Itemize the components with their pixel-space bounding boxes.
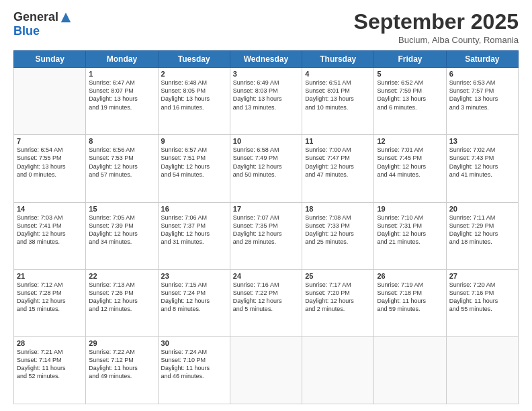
table-row: 26Sunrise: 7:19 AM Sunset: 7:18 PM Dayli…	[374, 269, 446, 336]
table-row: 2Sunrise: 6:48 AM Sunset: 8:05 PM Daylig…	[158, 68, 230, 135]
day-info: Sunrise: 7:08 AM Sunset: 7:33 PM Dayligh…	[305, 214, 371, 246]
day-number: 8	[89, 137, 154, 145]
day-info: Sunrise: 7:03 AM Sunset: 7:41 PM Dayligh…	[17, 214, 83, 246]
table-row: 25Sunrise: 7:17 AM Sunset: 7:20 PM Dayli…	[302, 269, 374, 336]
col-saturday: Saturday	[446, 51, 518, 68]
table-row: 29Sunrise: 7:22 AM Sunset: 7:12 PM Dayli…	[86, 336, 158, 404]
day-number: 15	[89, 205, 154, 213]
table-row: 9Sunrise: 6:57 AM Sunset: 7:51 PM Daylig…	[158, 135, 230, 202]
day-info: Sunrise: 7:00 AM Sunset: 7:47 PM Dayligh…	[305, 146, 371, 179]
day-number: 18	[305, 205, 371, 213]
col-monday: Monday	[86, 51, 158, 68]
day-number: 6	[449, 70, 515, 78]
header: General Blue September 2025 Bucium, Alba…	[13, 10, 519, 45]
day-number: 23	[161, 272, 227, 280]
logo-general-text: General	[13, 10, 58, 24]
table-row: 21Sunrise: 7:12 AM Sunset: 7:28 PM Dayli…	[14, 269, 86, 336]
day-number: 12	[377, 137, 443, 145]
logo-blue-text: Blue	[13, 24, 40, 38]
day-info: Sunrise: 6:57 AM Sunset: 7:51 PM Dayligh…	[161, 146, 227, 179]
table-row: 14Sunrise: 7:03 AM Sunset: 7:41 PM Dayli…	[14, 202, 86, 269]
day-number: 7	[17, 137, 83, 145]
table-row	[374, 336, 446, 404]
day-info: Sunrise: 7:17 AM Sunset: 7:20 PM Dayligh…	[305, 281, 371, 314]
logo: General Blue	[13, 10, 72, 38]
table-row: 24Sunrise: 7:16 AM Sunset: 7:22 PM Dayli…	[230, 269, 302, 336]
table-row: 10Sunrise: 6:58 AM Sunset: 7:49 PM Dayli…	[230, 135, 302, 202]
calendar-week-row: 21Sunrise: 7:12 AM Sunset: 7:28 PM Dayli…	[14, 269, 519, 336]
day-number: 3	[233, 70, 299, 78]
day-info: Sunrise: 7:21 AM Sunset: 7:14 PM Dayligh…	[17, 348, 83, 381]
day-number: 22	[89, 272, 154, 280]
day-number: 29	[89, 339, 154, 347]
table-row: 22Sunrise: 7:13 AM Sunset: 7:26 PM Dayli…	[86, 269, 158, 336]
day-number: 1	[89, 70, 154, 78]
table-row: 17Sunrise: 7:07 AM Sunset: 7:35 PM Dayli…	[230, 202, 302, 269]
day-info: Sunrise: 6:47 AM Sunset: 8:07 PM Dayligh…	[89, 79, 154, 111]
svg-marker-0	[61, 12, 71, 21]
calendar-week-row: 7Sunrise: 6:54 AM Sunset: 7:55 PM Daylig…	[14, 135, 519, 202]
day-number: 4	[305, 70, 371, 78]
table-row: 16Sunrise: 7:06 AM Sunset: 7:37 PM Dayli…	[158, 202, 230, 269]
table-row: 12Sunrise: 7:01 AM Sunset: 7:45 PM Dayli…	[374, 135, 446, 202]
day-info: Sunrise: 7:01 AM Sunset: 7:45 PM Dayligh…	[377, 146, 443, 179]
logo-icon	[60, 11, 72, 24]
calendar-week-row: 28Sunrise: 7:21 AM Sunset: 7:14 PM Dayli…	[14, 336, 519, 404]
day-number: 14	[17, 205, 83, 213]
day-number: 13	[449, 137, 515, 145]
table-row	[230, 336, 302, 404]
day-info: Sunrise: 7:05 AM Sunset: 7:39 PM Dayligh…	[89, 214, 154, 246]
table-row	[446, 336, 518, 404]
day-number: 25	[305, 272, 371, 280]
col-tuesday: Tuesday	[158, 51, 230, 68]
day-number: 16	[161, 205, 227, 213]
location-subtitle: Bucium, Alba County, Romania	[354, 35, 519, 45]
title-block: September 2025 Bucium, Alba County, Roma…	[354, 10, 519, 45]
table-row: 19Sunrise: 7:10 AM Sunset: 7:31 PM Dayli…	[374, 202, 446, 269]
table-row: 23Sunrise: 7:15 AM Sunset: 7:24 PM Dayli…	[158, 269, 230, 336]
day-info: Sunrise: 7:20 AM Sunset: 7:16 PM Dayligh…	[449, 281, 515, 314]
table-row	[302, 336, 374, 404]
day-info: Sunrise: 7:02 AM Sunset: 7:43 PM Dayligh…	[449, 146, 515, 179]
day-info: Sunrise: 7:19 AM Sunset: 7:18 PM Dayligh…	[377, 281, 443, 314]
day-number: 19	[377, 205, 443, 213]
day-info: Sunrise: 7:24 AM Sunset: 7:10 PM Dayligh…	[161, 348, 227, 381]
day-info: Sunrise: 6:49 AM Sunset: 8:03 PM Dayligh…	[233, 79, 299, 111]
day-info: Sunrise: 6:53 AM Sunset: 7:57 PM Dayligh…	[449, 79, 515, 111]
day-number: 21	[17, 272, 83, 280]
day-info: Sunrise: 7:13 AM Sunset: 7:26 PM Dayligh…	[89, 281, 154, 314]
table-row: 28Sunrise: 7:21 AM Sunset: 7:14 PM Dayli…	[14, 336, 86, 404]
day-number: 26	[377, 272, 443, 280]
day-info: Sunrise: 7:15 AM Sunset: 7:24 PM Dayligh…	[161, 281, 227, 314]
table-row: 11Sunrise: 7:00 AM Sunset: 7:47 PM Dayli…	[302, 135, 374, 202]
table-row: 6Sunrise: 6:53 AM Sunset: 7:57 PM Daylig…	[446, 68, 518, 135]
col-friday: Friday	[374, 51, 446, 68]
table-row: 18Sunrise: 7:08 AM Sunset: 7:33 PM Dayli…	[302, 202, 374, 269]
day-info: Sunrise: 6:54 AM Sunset: 7:55 PM Dayligh…	[17, 146, 83, 179]
col-wednesday: Wednesday	[230, 51, 302, 68]
day-info: Sunrise: 7:22 AM Sunset: 7:12 PM Dayligh…	[89, 348, 154, 381]
table-row: 30Sunrise: 7:24 AM Sunset: 7:10 PM Dayli…	[158, 336, 230, 404]
day-info: Sunrise: 7:16 AM Sunset: 7:22 PM Dayligh…	[233, 281, 299, 314]
calendar-header-row: Sunday Monday Tuesday Wednesday Thursday…	[14, 51, 519, 68]
day-number: 5	[377, 70, 443, 78]
day-number: 17	[233, 205, 299, 213]
calendar-table: Sunday Monday Tuesday Wednesday Thursday…	[13, 50, 519, 404]
day-number: 20	[449, 205, 515, 213]
calendar-week-row: 14Sunrise: 7:03 AM Sunset: 7:41 PM Dayli…	[14, 202, 519, 269]
col-sunday: Sunday	[14, 51, 86, 68]
day-info: Sunrise: 6:58 AM Sunset: 7:49 PM Dayligh…	[233, 146, 299, 179]
day-number: 11	[305, 137, 371, 145]
day-info: Sunrise: 6:51 AM Sunset: 8:01 PM Dayligh…	[305, 79, 371, 111]
table-row: 1Sunrise: 6:47 AM Sunset: 8:07 PM Daylig…	[86, 68, 158, 135]
table-row: 27Sunrise: 7:20 AM Sunset: 7:16 PM Dayli…	[446, 269, 518, 336]
day-number: 28	[17, 339, 83, 347]
day-info: Sunrise: 7:10 AM Sunset: 7:31 PM Dayligh…	[377, 214, 443, 246]
calendar-week-row: 1Sunrise: 6:47 AM Sunset: 8:07 PM Daylig…	[14, 68, 519, 135]
day-info: Sunrise: 6:52 AM Sunset: 7:59 PM Dayligh…	[377, 79, 443, 111]
day-info: Sunrise: 7:11 AM Sunset: 7:29 PM Dayligh…	[449, 214, 515, 246]
table-row: 4Sunrise: 6:51 AM Sunset: 8:01 PM Daylig…	[302, 68, 374, 135]
table-row: 3Sunrise: 6:49 AM Sunset: 8:03 PM Daylig…	[230, 68, 302, 135]
day-number: 10	[233, 137, 299, 145]
day-info: Sunrise: 7:12 AM Sunset: 7:28 PM Dayligh…	[17, 281, 83, 314]
